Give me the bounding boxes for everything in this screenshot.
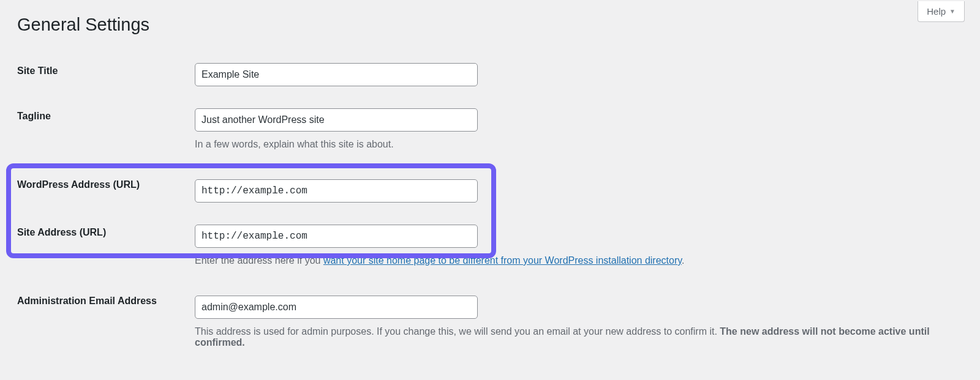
admin-email-input[interactable] [195, 296, 478, 319]
site-address-label: Site Address (URL) [17, 227, 106, 237]
site-title-label: Site Title [17, 65, 58, 76]
site-address-desc-post: . [682, 255, 684, 266]
tagline-description: In a few words, explain what this site i… [195, 139, 936, 150]
site-title-input[interactable] [195, 63, 478, 86]
wp-address-input[interactable] [195, 179, 478, 203]
site-address-desc-link[interactable]: want your site home page to be different… [323, 255, 682, 266]
site-address-description: Enter the address here if you want your … [195, 255, 936, 266]
help-button[interactable]: Help ▼ [918, 1, 965, 22]
admin-email-desc-pre: This address is used for admin purposes.… [195, 326, 720, 337]
caret-down-icon: ▼ [949, 8, 956, 15]
page-title: General Settings [17, 6, 963, 52]
help-button-label: Help [927, 6, 946, 17]
tagline-label: Tagline [17, 111, 51, 121]
site-address-desc-pre: Enter the address here if you [195, 255, 323, 266]
admin-email-description: This address is used for admin purposes.… [195, 326, 936, 348]
tagline-input[interactable] [195, 108, 478, 132]
admin-email-label: Administration Email Address [17, 296, 157, 306]
site-address-input[interactable] [195, 225, 478, 248]
wp-address-label: WordPress Address (URL) [17, 179, 140, 190]
